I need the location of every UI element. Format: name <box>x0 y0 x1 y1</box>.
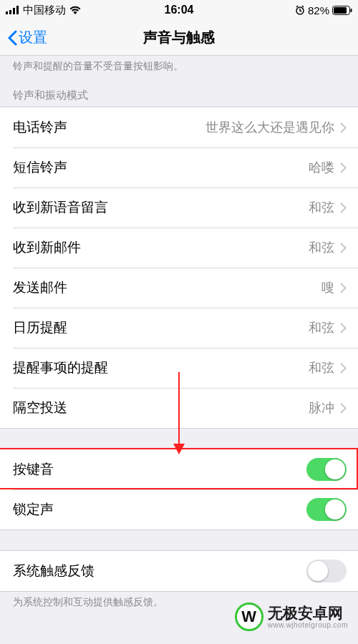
cell-value: 哈喽 <box>309 159 334 176</box>
cell-value: 和弦 <box>309 239 334 256</box>
row-haptic: 系统触感反馈 <box>0 551 358 591</box>
chevron-right-icon <box>340 323 347 333</box>
svg-rect-7 <box>350 9 352 12</box>
page-title: 声音与触感 <box>143 28 215 47</box>
row-lock-sound: 锁定声 <box>0 489 358 530</box>
row-text-tone[interactable]: 短信铃声 哈喽 <box>0 147 358 187</box>
cell-label: 短信铃声 <box>13 158 309 177</box>
chevron-right-icon <box>340 162 347 173</box>
cell-value: 和弦 <box>309 359 334 376</box>
row-calendar[interactable]: 日历提醒 和弦 <box>0 308 358 348</box>
chevron-left-icon <box>7 30 17 46</box>
battery-percent: 82% <box>308 4 329 16</box>
cell-value: 世界这么大还是遇见你 <box>205 119 334 136</box>
cell-value: 脉冲 <box>309 399 334 416</box>
row-new-mail[interactable]: 收到新邮件 和弦 <box>0 228 358 268</box>
cell-label: 发送邮件 <box>13 278 321 297</box>
cell-label: 提醒事项的提醒 <box>13 358 309 377</box>
cell-label: 系统触感反馈 <box>13 562 306 580</box>
switches-group: 按键音 锁定声 <box>0 449 358 530</box>
svg-rect-6 <box>334 7 347 14</box>
row-voicemail[interactable]: 收到新语音留言 和弦 <box>0 187 358 228</box>
row-airdrop[interactable]: 隔空投送 脉冲 <box>0 388 358 428</box>
chevron-right-icon <box>340 283 347 293</box>
cell-label: 隔空投送 <box>13 399 309 417</box>
svg-rect-1 <box>9 10 11 14</box>
lock-sound-switch[interactable] <box>306 498 347 521</box>
chevron-right-icon <box>340 243 347 253</box>
haptic-footer: 为系统控制和互动提供触感反馈。 <box>0 592 358 618</box>
chevron-right-icon <box>340 403 347 414</box>
header-note: 铃声和提醒的音量不受音量按钮影响。 <box>0 56 358 80</box>
chevron-right-icon <box>340 122 347 133</box>
watermark-url: www.wjhotelgroup.com <box>268 621 348 629</box>
section-header-sounds: 铃声和振动模式 <box>0 80 358 107</box>
battery-icon <box>332 6 352 15</box>
svg-rect-2 <box>13 8 15 14</box>
chevron-right-icon <box>340 203 347 213</box>
cell-label: 锁定声 <box>13 500 306 519</box>
row-reminders[interactable]: 提醒事项的提醒 和弦 <box>0 348 358 388</box>
cell-label: 按键音 <box>13 460 306 479</box>
nav-bar: 设置 声音与触感 <box>0 20 358 56</box>
svg-rect-3 <box>16 6 19 14</box>
cell-value: 和弦 <box>309 319 334 336</box>
wifi-icon <box>69 6 82 15</box>
row-ringtone[interactable]: 电话铃声 世界这么大还是遇见你 <box>0 107 358 147</box>
row-keyboard-clicks: 按键音 <box>0 449 358 489</box>
back-label: 设置 <box>19 28 47 47</box>
status-left: 中国移动 <box>6 4 121 17</box>
cell-label: 收到新邮件 <box>13 238 309 257</box>
svg-rect-0 <box>6 11 8 14</box>
cell-value: 嗖 <box>321 279 334 296</box>
cell-value: 和弦 <box>309 199 334 216</box>
alarm-icon <box>295 5 305 15</box>
keyboard-clicks-switch[interactable] <box>306 458 347 481</box>
cell-label: 收到新语音留言 <box>13 198 309 217</box>
row-sent-mail[interactable]: 发送邮件 嗖 <box>0 268 358 308</box>
cell-label: 电话铃声 <box>13 118 205 137</box>
signal-icon <box>6 6 20 14</box>
chevron-right-icon <box>340 363 347 374</box>
status-time: 16:04 <box>121 4 236 16</box>
cell-label: 日历提醒 <box>13 318 309 337</box>
sounds-group: 电话铃声 世界这么大还是遇见你 短信铃声 哈喽 收到新语音留言 和弦 收到新邮件… <box>0 107 358 429</box>
back-button[interactable]: 设置 <box>7 28 47 47</box>
haptic-group: 系统触感反馈 <box>0 550 358 592</box>
status-bar: 中国移动 16:04 82% <box>0 0 358 20</box>
status-right: 82% <box>237 4 352 16</box>
carrier-label: 中国移动 <box>23 4 66 17</box>
haptic-switch[interactable] <box>306 560 347 582</box>
